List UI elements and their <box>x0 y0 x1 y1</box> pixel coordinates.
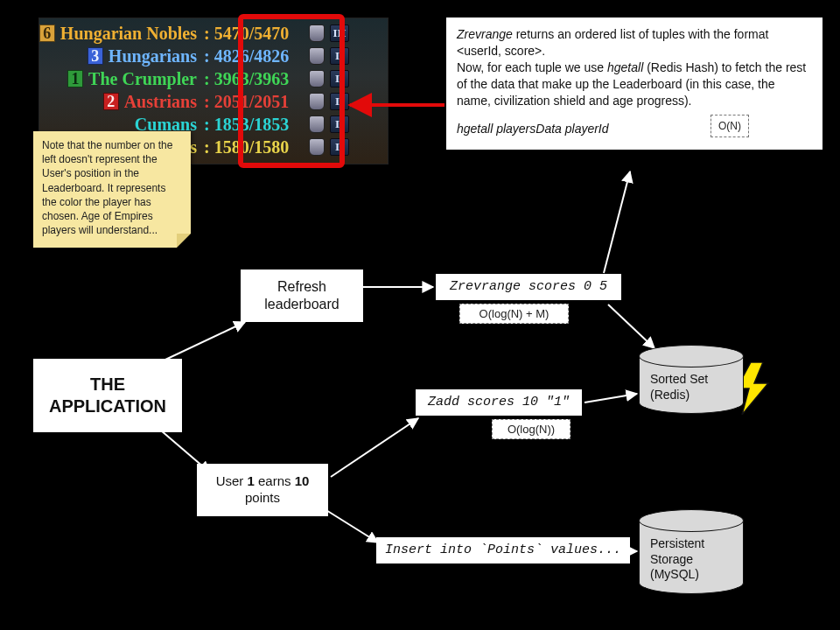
arrow-zadd-to-redis <box>584 394 637 402</box>
arrow-zrev-to-redis <box>608 304 654 348</box>
sticky-note: Note that the number on the left doesn't… <box>33 131 191 248</box>
age-badge: II <box>330 47 349 65</box>
sticky-note-text: Note that the number on the left doesn't… <box>42 139 172 236</box>
leaderboard-row-left: 1The Crumpler <box>45 69 200 89</box>
civ-shield-icon <box>309 70 325 88</box>
arrow-zrev-to-panel <box>604 172 630 273</box>
age-badge: III <box>330 24 349 42</box>
civ-shield-icon <box>309 116 325 133</box>
civ-shield-icon <box>309 93 325 110</box>
cylinder-top <box>639 345 744 368</box>
leaderboard-row-left: 2Austrians <box>45 92 200 112</box>
leaderboard-row-left: 6Hungarian Nobles <box>45 24 200 44</box>
arrow-earn-to-zadd <box>331 418 418 477</box>
explanation-line2: Now, for each tuple we use hgetall (Redi… <box>457 60 812 109</box>
mysql-store: Persistent Storage (MySQL) <box>639 509 744 594</box>
player-color-number: 2 <box>103 93 119 110</box>
leaderboard-row: 2Austrians: 2051/2051II <box>45 90 382 113</box>
user-earns-points-box: User 1 earns 10 points <box>197 464 328 516</box>
leaderboard-row-right: II <box>304 47 382 65</box>
leaderboard-row-right: II <box>304 70 382 88</box>
player-color-number: 3 <box>88 47 103 65</box>
leaderboard-row-right: III <box>304 24 382 42</box>
player-name: Hungarian Nobles <box>60 24 197 44</box>
player-score: : 5470/5470 <box>200 24 304 44</box>
age-badge: II <box>330 70 349 88</box>
player-score: : 4826/4826 <box>200 46 304 66</box>
player-color-number: 6 <box>39 24 55 42</box>
civ-shield-icon <box>309 138 325 156</box>
player-name: The Crumpler <box>88 69 197 89</box>
hgetall-command: hgetall playersData playerId <box>457 121 812 137</box>
cylinder-top <box>639 509 744 532</box>
leaderboard-row-left: 3Hungarians <box>45 46 200 66</box>
zadd-complexity: O(log(N)) <box>492 419 570 439</box>
leaderboard-row: 3Hungarians: 4826/4826II <box>45 45 382 67</box>
zrevrange-command: Zrevrange scores 0 5 <box>436 274 621 300</box>
zadd-command: Zadd scores 10 "1" <box>416 389 582 416</box>
player-name: Hungarians <box>108 46 197 66</box>
player-score: : 2051/2051 <box>200 92 304 112</box>
player-score: : 3963/3963 <box>200 69 304 89</box>
the-application-box: THE APPLICATION <box>33 359 182 432</box>
age-badge: II <box>330 93 349 110</box>
player-color-number: 1 <box>67 70 83 88</box>
hgetall-complexity: O(N) <box>710 115 749 137</box>
arrow-earn-to-insert <box>322 508 378 542</box>
refresh-leaderboard-box: Refresh leaderboard <box>241 270 363 322</box>
civ-shield-icon <box>309 47 325 65</box>
explanation-panel: Zrevrange returns an ordered list of tup… <box>446 18 822 150</box>
leaderboard-row-right: II <box>304 138 382 156</box>
leaderboard-row: 6Hungarian Nobles: 5470/5470III <box>45 22 382 45</box>
leaderboard-row-right: II <box>304 116 382 133</box>
explanation-line1: Zrevrange returns an ordered list of tup… <box>457 26 812 60</box>
zrevrange-complexity: O(log(N) + M) <box>459 304 569 324</box>
player-name: Austrians <box>124 92 197 112</box>
age-badge: II <box>330 116 349 133</box>
sticky-note-corner <box>177 234 191 248</box>
player-score: : 1853/1853 <box>200 115 304 135</box>
sql-insert-command: Insert into `Points` values... <box>376 537 630 564</box>
leaderboard-row-right: II <box>304 93 382 110</box>
age-badge: II <box>330 138 349 156</box>
redis-store: Sorted Set (Redis) <box>639 345 744 414</box>
player-score: : 1580/1580 <box>200 137 304 158</box>
civ-shield-icon <box>309 24 325 42</box>
leaderboard-row: 1The Crumpler: 3963/3963II <box>45 67 382 90</box>
